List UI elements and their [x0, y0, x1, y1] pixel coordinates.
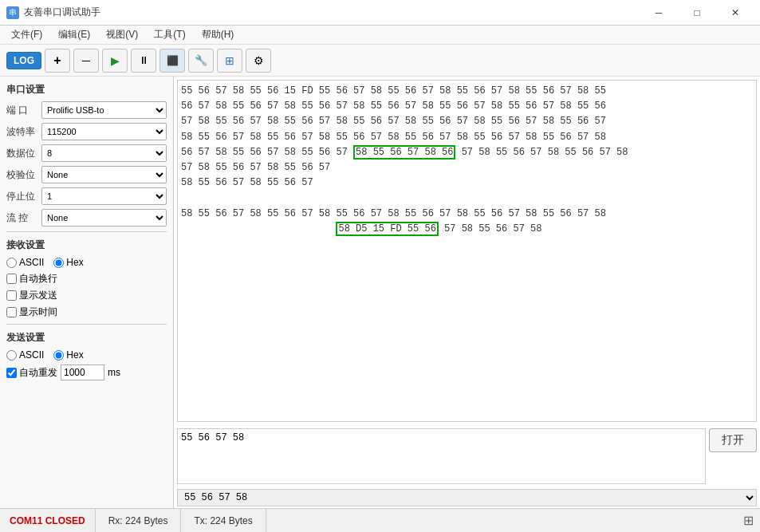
play-icon: ▶ — [111, 54, 120, 67]
auto-newline-label[interactable]: 自动换行 — [6, 272, 167, 286]
add-button[interactable]: + — [45, 49, 70, 73]
wrench-icon: 🔧 — [195, 54, 207, 66]
show-sent-label[interactable]: 显示发送 — [6, 289, 167, 302]
status-icon: ⊞ — [737, 513, 760, 528]
open-button[interactable]: 打开 — [709, 428, 757, 452]
menu-view[interactable]: 视图(V) — [98, 26, 146, 43]
auto-resend-input[interactable] — [61, 365, 104, 380]
hex-data-highlight: 58 55 56 57 58 56 — [353, 145, 455, 160]
baudrate-row: 波特率 9600 115200 — [6, 123, 167, 140]
combo-select[interactable]: 55 56 57 58 — [177, 489, 757, 506]
databits-label: 数据位 — [6, 147, 38, 160]
flow-label: 流 控 — [6, 211, 38, 225]
tx-status: Tx: 224 Bytes — [181, 509, 266, 532]
status-bar: COM11 CLOSED Rx: 224 Bytes Tx: 224 Bytes… — [0, 508, 760, 532]
receive-ascii-radio[interactable] — [6, 258, 17, 268]
send-ascii-radio[interactable] — [6, 350, 17, 361]
databits-select[interactable]: 8 7 — [41, 144, 167, 162]
show-time-label[interactable]: 显示时间 — [6, 305, 167, 319]
plus-box-button[interactable]: ⊞ — [217, 49, 242, 73]
send-area: 55 56 57 58 打开 — [174, 425, 760, 487]
send-encoding-group: ASCII Hex — [6, 349, 167, 361]
menu-edit[interactable]: 编辑(E) — [50, 26, 98, 43]
stopbits-select[interactable]: 1 1.5 2 — [41, 187, 167, 205]
com-status: COM11 CLOSED — [0, 509, 96, 532]
auto-resend-row: 自动重发 ms — [6, 365, 167, 380]
show-time-text: 显示时间 — [19, 305, 57, 319]
send-ascii-label[interactable]: ASCII — [6, 349, 44, 361]
play-button[interactable]: ▶ — [102, 49, 128, 73]
send-hex-label[interactable]: Hex — [53, 349, 83, 361]
log-button[interactable]: LOG — [6, 52, 41, 69]
right-panel: 55 56 57 58 55 56 15 FD 55 56 57 58 55 5… — [174, 77, 760, 508]
pause-icon: ⏸ — [139, 54, 149, 66]
menu-bar: 文件(F) 编辑(E) 视图(V) 工具(T) 帮助(H) — [0, 26, 760, 45]
hex-data-line5a: 56 57 58 55 56 57 58 55 56 57 — [181, 147, 353, 158]
app-title: 友善串口调试助手 — [24, 6, 100, 19]
data-display[interactable]: 55 56 57 58 55 56 15 FD 55 56 57 58 55 5… — [177, 80, 757, 422]
port-row: 端 口 Prolific USB-to COM1 COM2 — [6, 101, 167, 119]
menu-file[interactable]: 文件(F) — [3, 26, 50, 43]
gear-button[interactable]: ⚙ — [246, 49, 271, 73]
receive-settings-title: 接收设置 — [6, 238, 167, 252]
wrench-button[interactable]: 🔧 — [188, 49, 214, 73]
app-icon: 串 — [6, 6, 19, 19]
flow-select[interactable]: None RTS/CTS XON/XOFF — [41, 209, 167, 227]
parity-label: 校验位 — [6, 168, 38, 182]
receive-hex-text: Hex — [66, 257, 83, 268]
toolbar: LOG + ─ ▶ ⏸ ⬛ 🔧 ⊞ ⚙ — [0, 45, 760, 77]
send-textarea[interactable]: 55 56 57 58 — [177, 428, 706, 484]
baudrate-select[interactable]: 9600 115200 — [41, 123, 167, 140]
menu-help[interactable]: 帮助(H) — [194, 26, 242, 43]
show-time-checkbox[interactable] — [6, 307, 17, 317]
ms-label: ms — [108, 367, 120, 378]
parity-select[interactable]: None Odd Even — [41, 166, 167, 183]
add-icon: + — [53, 53, 61, 68]
receive-hex-radio[interactable] — [53, 258, 64, 268]
send-settings-title: 发送设置 — [6, 331, 167, 345]
flow-row: 流 控 None RTS/CTS XON/XOFF — [6, 209, 167, 227]
receive-hex-label[interactable]: Hex — [53, 257, 83, 268]
pause-button[interactable]: ⏸ — [131, 49, 156, 73]
parity-row: 校验位 None Odd Even — [6, 166, 167, 183]
show-sent-text: 显示发送 — [19, 289, 57, 302]
title-bar: 串 友善串口调试助手 ─ □ ✕ — [0, 0, 760, 26]
receive-ascii-text: ASCII — [19, 257, 44, 268]
port-select[interactable]: Prolific USB-to COM1 COM2 — [41, 101, 167, 119]
stop-button[interactable]: ⬛ — [159, 49, 185, 73]
databits-row: 数据位 8 7 — [6, 144, 167, 162]
hex-data-line5b: 57 58 55 56 57 58 55 56 57 58 — [455, 147, 628, 158]
close-button[interactable]: ✕ — [717, 0, 754, 26]
send-hex-radio[interactable] — [53, 350, 64, 361]
hex-data-highlight2: 58 D5 15 FD 55 56 57 58 55 56 57 58 — [181, 222, 541, 236]
menu-tools[interactable]: 工具(T) — [146, 26, 193, 43]
rx-status: Rx: 224 Bytes — [96, 509, 182, 532]
hex-data-line8: 58 55 56 57 58 55 56 57 58 55 56 57 58 5… — [181, 208, 606, 219]
auto-resend-text: 自动重发 — [19, 366, 57, 380]
hex-data-line2: 56 57 58 55 56 57 58 55 56 57 58 55 56 5… — [181, 100, 606, 112]
receive-ascii-label[interactable]: ASCII — [6, 257, 44, 268]
port-label: 端 口 — [6, 104, 38, 117]
left-panel: 串口设置 端 口 Prolific USB-to COM1 COM2 波特率 9… — [0, 77, 174, 508]
auto-resend-checkbox[interactable] — [6, 368, 17, 378]
plus-box-icon: ⊞ — [225, 54, 234, 67]
main-content: 串口设置 端 口 Prolific USB-to COM1 COM2 波特率 9… — [0, 77, 760, 508]
combo-row: 55 56 57 58 — [174, 487, 760, 508]
stopbits-label: 停止位 — [6, 190, 38, 203]
send-hex-text: Hex — [66, 349, 83, 361]
minus-icon: ─ — [82, 54, 90, 67]
auto-newline-checkbox[interactable] — [6, 274, 17, 284]
hex-data-line4: 58 55 56 57 58 55 56 57 58 55 56 57 58 5… — [181, 132, 606, 143]
baudrate-label: 波特率 — [6, 125, 38, 139]
gear-icon: ⚙ — [254, 54, 264, 67]
stop-icon: ⬛ — [167, 55, 179, 66]
show-sent-checkbox[interactable] — [6, 290, 17, 301]
maximize-button[interactable]: □ — [679, 0, 715, 26]
hex-data-line3: 57 58 55 56 57 58 55 56 57 58 55 56 57 5… — [181, 116, 606, 127]
serial-settings-title: 串口设置 — [6, 83, 167, 97]
auto-newline-text: 自动换行 — [19, 272, 57, 286]
minus-button[interactable]: ─ — [73, 49, 99, 73]
auto-resend-label[interactable]: 自动重发 — [6, 366, 57, 380]
hex-data-line6: 57 58 55 56 57 58 55 56 57 — [181, 162, 330, 173]
minimize-button[interactable]: ─ — [640, 0, 677, 26]
